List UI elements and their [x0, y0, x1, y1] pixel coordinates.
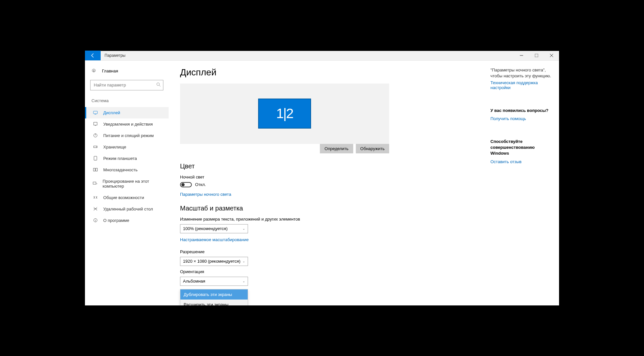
help-feedback-block: Способствуйте совершенствованию Windows … — [490, 139, 553, 170]
nav-storage[interactable]: Хранилище — [85, 141, 169, 153]
window-body: Главная Система Дисплей Уведомления и де… — [85, 61, 559, 305]
settings-window: Параметры Главная Система — [85, 51, 559, 305]
close-icon — [550, 54, 553, 57]
search-icon — [157, 83, 161, 88]
power-icon — [93, 133, 98, 138]
scale-label: Изменение размера текста, приложений и д… — [180, 217, 479, 222]
orientation-dropdown[interactable]: Альбомная ⌄ — [180, 277, 248, 286]
resolution-dropdown[interactable]: 1920 × 1080 (рекомендуется) ⌄ — [180, 257, 248, 266]
nav-tablet[interactable]: Режим планшета — [85, 153, 169, 164]
arrow-left-icon — [90, 53, 95, 58]
search-box — [90, 80, 163, 90]
maximize-button[interactable] — [529, 51, 544, 60]
close-button[interactable] — [544, 51, 559, 60]
nav-power[interactable]: Питание и спящий режим — [85, 130, 169, 141]
window-controls — [514, 51, 559, 60]
display-arrangement[interactable]: 1|2 — [180, 84, 389, 144]
projecting-icon — [93, 181, 97, 186]
multitasking-icon — [93, 167, 98, 172]
svg-point-12 — [96, 147, 97, 147]
minimize-button[interactable] — [514, 51, 529, 60]
maximize-icon — [535, 54, 538, 57]
svg-point-4 — [157, 83, 159, 85]
nav-label: Удаленный рабочий стол — [103, 207, 153, 211]
monitor-label: 1|2 — [276, 106, 293, 121]
orientation-label: Ориентация — [180, 269, 479, 274]
svg-rect-1 — [535, 54, 538, 57]
dropdown-option-extend[interactable]: Расширить эти экраны — [180, 300, 248, 305]
nav-label: Общие возможности — [103, 195, 144, 200]
nav-label: Уведомления и действия — [103, 122, 153, 127]
chevron-down-icon: ⌄ — [242, 259, 245, 263]
nightlight-settings-link[interactable]: Параметры ночного света — [180, 192, 231, 197]
detect-button[interactable]: Обнаружить — [356, 144, 389, 153]
scale-dropdown[interactable]: 100% (рекомендуется) ⌄ — [180, 224, 248, 233]
nav-label: Проецирование на этот компьютер — [103, 179, 162, 189]
sidebar: Главная Система Дисплей Уведомления и де… — [85, 61, 169, 305]
back-button[interactable] — [85, 51, 101, 60]
nightlight-state: Откл. — [195, 182, 206, 187]
nav-remote[interactable]: Удаленный рабочий стол — [85, 203, 169, 215]
search-input[interactable] — [90, 80, 163, 90]
home-label: Главная — [102, 69, 118, 73]
svg-rect-6 — [93, 111, 97, 114]
scale-value: 100% (рекомендуется) — [183, 226, 227, 231]
nightlight-toggle[interactable] — [180, 182, 192, 187]
remote-icon — [93, 207, 98, 211]
help-questions-title: У вас появились вопросы? — [490, 108, 553, 114]
section-label: Система — [85, 97, 169, 107]
color-heading: Цвет — [180, 163, 479, 170]
feedback-link[interactable]: Оставить отзыв — [490, 159, 521, 164]
identify-button[interactable]: Определить — [320, 144, 353, 153]
chevron-down-icon: ⌄ — [242, 227, 245, 230]
nav-label: Питание и спящий режим — [103, 133, 154, 138]
nav-notifications[interactable]: Уведомления и действия — [85, 118, 169, 130]
nav-label: Хранилище — [103, 145, 126, 149]
home-link[interactable]: Главная — [85, 66, 169, 76]
titlebar: Параметры — [85, 51, 559, 61]
nav-multitasking[interactable]: Многозадачность — [85, 164, 169, 176]
nav-projecting[interactable]: Проецирование на этот компьютер — [85, 176, 169, 192]
page-title: Дисплей — [180, 67, 479, 78]
display-icon — [93, 110, 98, 115]
display-buttons-row: Определить Обнаружить — [180, 144, 389, 153]
nightlight-toggle-row: Откл. — [180, 182, 479, 187]
help-panel: "Параметры ночного света", чтобы настрои… — [490, 61, 559, 305]
window-title: Параметры — [105, 53, 125, 58]
nav-about[interactable]: О программе — [85, 215, 169, 226]
svg-point-14 — [95, 160, 96, 160]
nav-shared[interactable]: Общие возможности — [85, 192, 169, 203]
svg-rect-16 — [96, 168, 97, 171]
nav-display[interactable]: Дисплей — [85, 107, 169, 118]
dropdown-option-duplicate[interactable]: Дублировать эти экраны — [180, 289, 248, 300]
nav-label: О программе — [103, 218, 129, 223]
tablet-icon — [93, 156, 98, 161]
resolution-label: Разрешение — [180, 249, 479, 254]
minimize-icon — [520, 54, 523, 57]
nav-label: Режим планшета — [103, 156, 137, 161]
svg-point-27 — [95, 219, 96, 220]
help-nightlight-text: "Параметры ночного света", чтобы настрои… — [490, 67, 553, 79]
svg-rect-15 — [93, 168, 95, 171]
monitor-tile[interactable]: 1|2 — [258, 99, 311, 129]
get-help-link[interactable]: Получить помощь — [490, 116, 526, 121]
main-content: Дисплей 1|2 Определить Обнаружить Цвет Н… — [169, 61, 490, 305]
shared-icon — [93, 195, 98, 200]
svg-rect-8 — [94, 122, 97, 125]
chevron-down-icon: ⌄ — [242, 279, 245, 283]
nightlight-label: Ночной свет — [180, 175, 479, 179]
help-feedback-title: Способствуйте совершенствованию Windows — [490, 139, 553, 157]
svg-rect-17 — [93, 182, 96, 184]
resolution-value: 1920 × 1080 (рекомендуется) — [183, 259, 240, 264]
multiple-displays-dropdown-list: Дублировать эти экраны Расширить эти экр… — [180, 289, 248, 305]
gear-icon — [91, 69, 97, 73]
storage-icon — [93, 145, 98, 149]
nav-label: Дисплей — [103, 110, 120, 115]
svg-line-5 — [159, 85, 160, 86]
help-nightlight-block: "Параметры ночного света", чтобы настрои… — [490, 67, 553, 96]
scale-heading: Масштаб и разметка — [180, 205, 479, 212]
orientation-value: Альбомная — [183, 279, 205, 284]
notifications-icon — [93, 122, 98, 126]
help-nightlight-link[interactable]: Техническая поддержка настройки — [490, 80, 553, 90]
custom-scale-link[interactable]: Настраиваемое масштабирование — [180, 237, 249, 242]
